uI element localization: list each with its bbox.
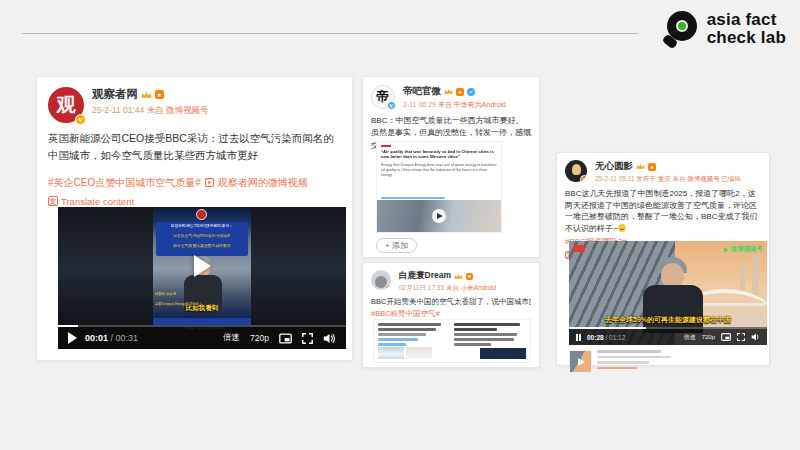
play-button[interactable] <box>68 332 77 344</box>
username[interactable]: 白鹿寰Dream <box>399 270 451 282</box>
avatar[interactable]: 帝 V <box>371 85 395 109</box>
verified-check-icon: ✓ <box>467 88 475 96</box>
post-text: 英国新能源公司CEO接受BBC采访：过去以空气污染而闻名的中国城市，如今空气质量… <box>48 130 342 164</box>
asia-fact-check-lab-logo: asia fact check lab <box>661 9 786 49</box>
post-meta: 2-11 06:29 来自 中华有为Android <box>403 100 506 110</box>
verified-badge-icon: V <box>580 175 587 182</box>
hashtag-link[interactable]: #英企CEO点赞中国城市空气质量# <box>48 176 201 190</box>
video-player[interactable]: 英国新能源公司CEO接受BBC采访： 过去以空气污染而闻名的中国城市 如今空气质… <box>58 207 346 349</box>
text-line-skeleton <box>597 350 661 353</box>
screenshot-accent <box>381 145 391 147</box>
source-link[interactable]: 小米Android <box>461 284 496 291</box>
post-text: BBC这几天先报道了中国制造2025，报道了哪吒2，这两天还报道了中国的绿色能源… <box>565 188 761 234</box>
username[interactable]: 无心圆影 <box>595 160 633 173</box>
vip-level-icon: ★ <box>155 90 164 99</box>
quality-button[interactable]: 720p <box>250 333 269 343</box>
source-link[interactable]: 微博视频号 <box>166 105 209 115</box>
tweet-video-still <box>377 200 501 232</box>
vip-level-icon: ★ <box>466 273 473 280</box>
from-label: 来自 <box>147 105 164 115</box>
timestamp: 25-2-11 01:44 <box>92 105 144 115</box>
weibo-post-observer: 观 V 观察者网 ★ 25-2-11 01:44 来自 微博视频号 英国新能源公… <box>36 76 353 361</box>
tweet-quote: “Air quality that was famously so bad in… <box>381 149 497 160</box>
volume-icon[interactable] <box>323 333 336 344</box>
time-display: 00:28 / 01:12 <box>587 334 625 341</box>
add-button[interactable]: + 添加 <box>376 238 417 253</box>
video-link[interactable]: 观察者网的微博视频 <box>218 176 308 190</box>
source-link[interactable]: 微博视频号 <box>687 175 720 182</box>
post-meta: 02月11日 17:33 来自 小米Android <box>399 284 496 293</box>
weibo-post-bailu: V 白鹿寰Dream ★ 02月11日 17:33 来自 小米Android B… <box>362 262 540 368</box>
pip-icon[interactable] <box>721 333 731 341</box>
hashtag-link[interactable]: #BBC称赞中国空气# <box>371 309 531 319</box>
text-line-skeleton <box>454 338 514 341</box>
from-label: 来自 <box>446 284 459 291</box>
crown-icon <box>636 163 645 170</box>
post-text: BBC开始赞美中国的空气太香甜了，说中国城市的空气质量比西方城市… <box>371 297 531 307</box>
text-line-skeleton <box>454 343 491 346</box>
timestamp: 2-11 06:29 <box>403 101 436 108</box>
speed-button[interactable]: 倍速 <box>684 333 696 342</box>
video-subtitle: 比如我看到 <box>153 304 251 313</box>
weibo-post-wuxin: V 无心圆影 ★ 25-2-11 05:11 发布于 重庆 来自 微博视频号 已… <box>556 152 770 366</box>
speed-button[interactable]: 倍速 <box>223 332 240 344</box>
logo-wordmark: asia fact check lab <box>707 11 786 48</box>
crown-icon <box>454 273 463 280</box>
video-player[interactable]: 微博视频号 去年全球59%的可再生能源建设都在中国 00:28 / 01:12 … <box>569 241 767 345</box>
text-line-skeleton <box>378 328 436 331</box>
text-line-skeleton <box>454 323 520 326</box>
text-line-skeleton <box>454 333 517 336</box>
avatar[interactable]: 观 V <box>48 87 84 123</box>
from-label: 来自 <box>672 175 685 182</box>
video-frame: 英国新能源公司CEO接受BBC采访： 过去以空气污染而闻名的中国城市 如今空气质… <box>153 207 251 327</box>
crown-icon <box>444 88 453 95</box>
thumbnail-image <box>480 348 526 359</box>
video-subtitle: 去年全球59%的可再生能源建设都在中国 <box>569 315 767 325</box>
video-controls: 00:28 / 01:12 倍速 720p <box>569 329 767 345</box>
translate-button[interactable]: 文 Translate content <box>48 196 342 207</box>
avatar[interactable]: V <box>565 160 587 182</box>
smile-emoji <box>618 224 626 232</box>
vip-level-icon: ★ <box>648 163 656 171</box>
crown-icon <box>141 91 152 99</box>
timestamp: 02月11日 17:33 <box>399 284 444 291</box>
username[interactable]: 观察者网 <box>92 87 138 102</box>
quoted-thumbnail <box>569 350 592 373</box>
timestamp: 25-2-11 05:11 <box>595 175 635 182</box>
thumbnail-image <box>406 347 432 359</box>
video-caption: 英国新能源公司CEO接受BBC采访： 过去以空气污染而闻名的中国城市 如今空气质… <box>156 222 248 256</box>
video-controls: 00:01 / 00:31 倍速 720p <box>58 327 346 349</box>
quality-button[interactable]: 720p <box>702 334 715 340</box>
logo-line2: check lab <box>707 28 786 47</box>
source-link[interactable]: 中华有为Android <box>454 101 506 108</box>
embedded-screenshot[interactable] <box>373 319 531 363</box>
embedded-screenshot[interactable]: “Air quality that was famously so bad in… <box>376 141 502 233</box>
pip-icon[interactable] <box>279 333 292 344</box>
translate-icon: 文 <box>48 196 58 206</box>
text-line-skeleton <box>597 361 649 364</box>
text-line-skeleton <box>454 328 497 331</box>
verified-badge-icon: V <box>385 284 391 290</box>
from-label: 来自 <box>438 101 452 108</box>
divider <box>22 33 638 34</box>
post-meta: 25-2-11 01:44 来自 微博视频号 <box>92 105 209 117</box>
volume-icon[interactable] <box>751 333 761 341</box>
corner-badge <box>573 245 585 252</box>
username[interactable]: 帝吧官微 <box>403 85 441 98</box>
observer-watermark-icon <box>196 209 207 220</box>
video-blur-left <box>58 207 153 327</box>
fullscreen-icon[interactable] <box>302 333 313 344</box>
time-display: 00:01 / 00:31 <box>85 333 138 343</box>
fullscreen-icon[interactable] <box>737 333 745 341</box>
verified-badge-icon: V <box>387 101 396 110</box>
pause-button[interactable] <box>576 334 581 341</box>
link-skeleton <box>597 367 637 370</box>
play-overlay-icon[interactable] <box>194 255 211 277</box>
logo-line1: asia fact <box>707 10 777 29</box>
quoted-card[interactable] <box>569 350 671 373</box>
post-meta: 25-2-11 05:11 发布于 重庆 来自 微博视频号 已编辑 <box>595 175 741 184</box>
tweet-paragraph: Energy firm Octopus Energy boss says use… <box>381 163 497 178</box>
weibo-post-diba: 帝 V 帝吧官微 ★ ✓ 2-11 06:29 来自 中华有为Android B… <box>362 76 540 258</box>
text-line-skeleton <box>378 323 441 326</box>
avatar[interactable]: V <box>371 270 391 290</box>
